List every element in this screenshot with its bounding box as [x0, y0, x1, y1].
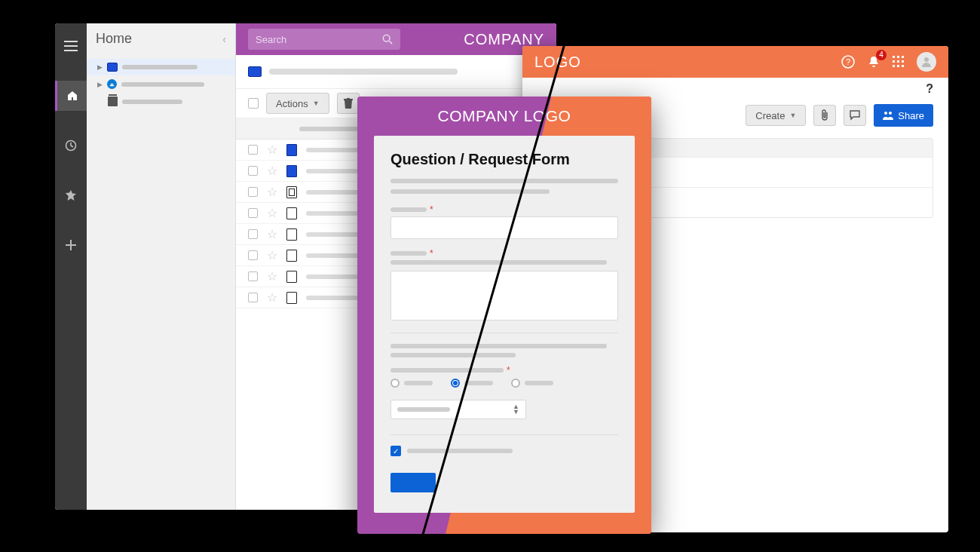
textarea-input[interactable] — [390, 271, 618, 320]
form-description-placeholder — [390, 189, 550, 194]
star-icon[interactable]: ☆ — [267, 269, 277, 284]
select-dropdown[interactable]: ▲▼ — [390, 400, 526, 419]
form-description-placeholder — [390, 179, 618, 183]
star-icon[interactable]: ☆ — [267, 143, 277, 157]
star-icon[interactable]: ☆ — [267, 164, 277, 178]
notification-badge: 4 — [876, 50, 887, 60]
clock-icon — [65, 140, 77, 152]
paperclip-icon — [820, 109, 829, 121]
row-checkbox[interactable] — [248, 229, 258, 239]
select-stepper-icon: ▲▼ — [513, 404, 519, 415]
top-bar: LOGO ? 4 — [522, 46, 948, 78]
star-icon[interactable]: ☆ — [267, 290, 277, 305]
hamburger-menu-icon[interactable] — [55, 31, 87, 61]
user-icon — [920, 56, 933, 68]
notifications-button[interactable]: 4 — [867, 55, 880, 69]
select-all-checkbox[interactable] — [248, 98, 259, 109]
file-type-icon — [286, 144, 297, 156]
section-text-placeholder — [390, 344, 607, 348]
checkbox-row[interactable]: ✓ — [390, 446, 618, 456]
request-form-modal: COMPANY LOGO Question / Request Form * *… — [357, 97, 651, 534]
rail-item-home[interactable] — [55, 81, 87, 111]
file-type-icon — [286, 228, 297, 241]
caret-down-icon: ▼ — [313, 100, 320, 107]
star-icon — [65, 189, 77, 201]
checkbox-checked-icon: ✓ — [390, 446, 401, 456]
row-checkbox[interactable] — [248, 293, 258, 302]
star-icon[interactable]: ☆ — [267, 185, 277, 199]
tree-node-folder[interactable]: ▶ — [87, 59, 235, 75]
form-card: Question / Request Form * * * ▲▼ — [374, 136, 635, 513]
rail-item-add[interactable] — [55, 230, 87, 260]
search-input[interactable] — [256, 34, 382, 45]
field-label: * — [390, 207, 618, 212]
search-field[interactable] — [248, 29, 400, 50]
section-text-placeholder — [390, 353, 516, 357]
delete-button[interactable] — [337, 93, 360, 114]
star-icon[interactable]: ☆ — [267, 248, 277, 262]
caret-right-icon: ▶ — [97, 81, 103, 88]
create-dropdown-button[interactable]: Create ▼ — [746, 105, 806, 126]
svg-rect-7 — [893, 60, 895, 63]
row-checkbox[interactable] — [248, 208, 258, 218]
row-checkbox[interactable] — [248, 271, 258, 281]
radio-group — [390, 379, 618, 388]
radio-option[interactable] — [451, 379, 493, 388]
folder-tree-panel: Home ‹ ▶ ▶ — [87, 23, 236, 510]
radio-icon — [511, 379, 520, 388]
file-type-icon — [286, 165, 297, 177]
plus-icon — [66, 240, 76, 250]
file-type-icon — [286, 207, 297, 219]
trash-icon — [108, 97, 118, 106]
row-checkbox[interactable] — [248, 250, 258, 260]
tree-node-trash[interactable] — [87, 93, 235, 110]
users-icon — [883, 111, 893, 120]
tree-node-label-placeholder — [122, 100, 182, 104]
attach-button[interactable] — [813, 105, 836, 126]
svg-rect-5 — [897, 56, 899, 58]
collapse-tree-icon[interactable]: ‹ — [222, 33, 226, 45]
actions-dropdown-button[interactable]: Actions ▼ — [266, 93, 329, 114]
form-title: Question / Request Form — [390, 151, 618, 168]
row-checkbox[interactable] — [248, 187, 258, 197]
modal-brand: COMPANY LOGO — [357, 97, 651, 136]
svg-rect-9 — [902, 60, 904, 63]
help-icon[interactable]: ? — [841, 55, 855, 69]
radio-icon — [390, 379, 400, 388]
radio-option[interactable] — [390, 379, 433, 388]
search-icon — [382, 34, 393, 44]
row-checkbox[interactable] — [248, 166, 258, 176]
folder-icon — [248, 66, 262, 77]
row-checkbox[interactable] — [248, 145, 258, 155]
left-rail — [55, 23, 87, 510]
tree-node-group[interactable]: ▶ — [87, 75, 235, 93]
select-value-placeholder — [397, 407, 450, 412]
star-icon[interactable]: ☆ — [267, 227, 277, 241]
trash-icon — [344, 98, 353, 109]
star-icon[interactable]: ☆ — [267, 206, 277, 220]
radio-icon — [451, 379, 460, 388]
submit-button[interactable] — [390, 473, 436, 492]
field-label: * — [390, 251, 618, 256]
rail-item-favorites[interactable] — [55, 180, 87, 210]
svg-point-1 — [383, 35, 390, 41]
divider — [390, 434, 618, 435]
rail-item-recent[interactable] — [55, 130, 87, 161]
radio-option[interactable] — [511, 379, 553, 388]
radio-label-placeholder — [525, 381, 553, 385]
folder-icon — [107, 63, 118, 72]
required-marker: * — [430, 207, 433, 212]
text-input[interactable] — [390, 216, 618, 239]
share-label: Share — [898, 110, 924, 121]
share-button[interactable]: Share — [874, 104, 933, 127]
avatar[interactable] — [917, 52, 936, 72]
file-type-icon — [286, 186, 297, 198]
home-icon — [66, 90, 78, 102]
svg-rect-4 — [893, 56, 895, 58]
comment-button[interactable] — [844, 105, 866, 126]
actions-label: Actions — [276, 98, 308, 109]
tree-title: Home — [96, 31, 132, 47]
apps-grid-icon[interactable] — [893, 56, 905, 68]
svg-point-15 — [889, 112, 892, 115]
file-type-icon — [286, 292, 297, 304]
